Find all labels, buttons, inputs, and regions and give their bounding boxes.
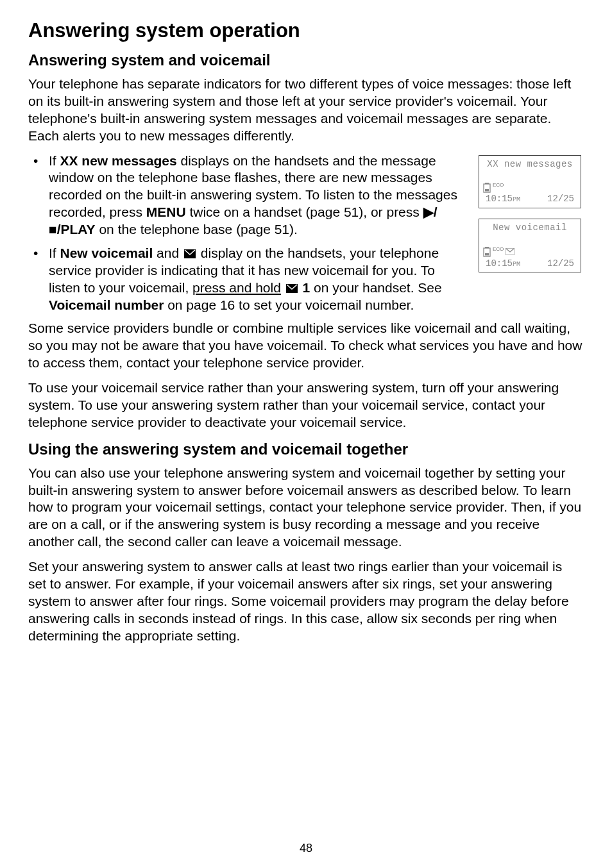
svg-rect-4 <box>485 189 489 192</box>
section-heading-together: Using the answering system and voicemail… <box>28 440 584 458</box>
text: on your handset. See <box>310 280 441 295</box>
text: and <box>153 246 183 260</box>
section-heading-ans-vm: Answering system and voicemail <box>28 51 584 69</box>
text: If <box>49 246 60 260</box>
voicemail-icon <box>506 247 514 259</box>
screen-line-1: XX new messages <box>483 159 577 171</box>
screen-date: 12/25 <box>547 194 574 205</box>
voicemail-icon <box>286 284 298 293</box>
eco-label: ECO <box>493 182 504 188</box>
paragraph-use-voicemail: To use your voicemail service rather tha… <box>28 380 584 431</box>
paragraph-together-2: Set your answering system to answer call… <box>28 558 584 644</box>
bullet-xx-new-messages: If XX new messages displays on the hands… <box>42 153 466 238</box>
intro-paragraph: Your telephone has separate indicators f… <box>28 76 584 145</box>
svg-rect-7 <box>485 253 489 256</box>
eco-label: ECO <box>493 246 504 253</box>
screen-date: 12/25 <box>547 258 574 270</box>
text <box>281 280 285 295</box>
paragraph-service-providers: Some service providers bundle or combine… <box>28 320 584 372</box>
text: twice on a handset (page 51), or press <box>186 204 423 219</box>
text-bold: /PLAY <box>57 222 96 237</box>
battery-icon <box>483 247 491 257</box>
text-bold: MENU <box>146 204 186 219</box>
text: on page 16 to set your voicemail number. <box>164 297 414 312</box>
screen-time: 10:15PM <box>486 258 520 270</box>
text-bold: XX new messages <box>60 153 177 168</box>
page-number: 48 <box>0 842 612 855</box>
battery-icon <box>483 183 491 193</box>
paragraph-together-1: You can also use your telephone answerin… <box>28 465 584 551</box>
bullet-new-voicemail: If New voicemail and display on the hand… <box>42 245 466 314</box>
text-bold: New voicemail <box>60 246 153 260</box>
text-underlined: press and hold <box>192 280 281 295</box>
text: on the telephone base (page 51). <box>96 222 298 237</box>
screen-time: 10:15PM <box>486 194 520 205</box>
handset-screen-new-voicemail: New voicemail ECO 10:15PM 12/25 <box>479 219 581 273</box>
handset-screen-new-messages: XX new messages ECO 10:15PM 12/25 <box>479 155 581 208</box>
key-1: 1 <box>303 280 310 295</box>
text-bold: Voicemail number <box>49 297 164 312</box>
screen-line-1: New voicemail <box>483 222 577 234</box>
voicemail-icon <box>184 249 196 258</box>
page-title: Answering system operation <box>28 19 584 42</box>
text: If <box>49 153 60 168</box>
